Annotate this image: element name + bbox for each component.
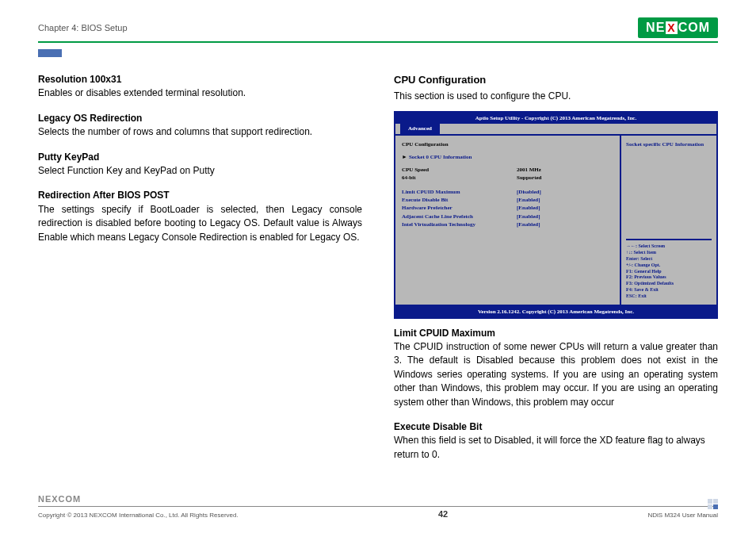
bios-opt-val: [Disabled] bbox=[517, 188, 541, 196]
logo-x-icon: X bbox=[666, 21, 677, 34]
bios-help-line: ESC: Exit bbox=[626, 293, 712, 300]
text-legacy-os: Selects the number of rows and columns t… bbox=[38, 125, 362, 139]
heading-execute-disable: Execute Disable Bit bbox=[394, 420, 718, 434]
bios-opt-label: Execute Disable Bit bbox=[402, 196, 517, 204]
bios-section-title: CPU Configuration bbox=[402, 140, 613, 148]
heading-putty: Putty KeyPad bbox=[38, 151, 362, 164]
bios-info-row: CPU Speed 2001 MHz bbox=[402, 166, 613, 174]
bios-opt-label: Hardware Prefetcher bbox=[402, 204, 517, 212]
bios-opt-row: Execute Disable Bit[Enabled] bbox=[402, 196, 613, 204]
bios-help-line: F3: Optimized Defaults bbox=[626, 281, 712, 287]
text-cpu-config: This section is used to configure the CP… bbox=[394, 90, 718, 103]
bios-help-line: +/-: Change Opt. bbox=[626, 263, 712, 269]
bios-socket-row: ► Socket 0 CPU Information bbox=[402, 153, 613, 161]
text-putty: Select Function Key and KeyPad on Putty bbox=[38, 164, 362, 178]
bios-arrow-icon: ► bbox=[402, 153, 407, 161]
bios-help-keys: →←: Select Screen ↑↓: Select Item Enter:… bbox=[626, 239, 712, 299]
accent-tab bbox=[38, 49, 62, 57]
bios-help-line: Enter: Select bbox=[626, 256, 712, 263]
heading-cpu-config: CPU Configuration bbox=[394, 73, 718, 88]
heading-limit-cpuid: Limit CPUID Maximum bbox=[394, 327, 718, 340]
text-resolution: Enables or disables extended terminal re… bbox=[38, 86, 362, 100]
footer-manual-name: NDiS M324 User Manual bbox=[648, 512, 718, 519]
right-column: CPU Configuration This section is used t… bbox=[394, 73, 718, 463]
bios-help-line: F4: Save & Exit bbox=[626, 287, 712, 293]
footer-copyright: Copyright © 2013 NEXCOM International Co… bbox=[38, 512, 239, 519]
bios-cpu-speed-val: 2001 MHz bbox=[517, 166, 541, 174]
heading-legacy-os: Legacy OS Redirection bbox=[38, 112, 362, 125]
text-execute-disable: When this field is set to Disabled, it w… bbox=[394, 434, 718, 462]
bios-opt-row: Hardware Prefetcher[Enabled] bbox=[402, 204, 613, 212]
bios-help-line: ↑↓: Select Item bbox=[626, 250, 712, 256]
bios-64bit-label: 64-bit bbox=[402, 174, 517, 182]
bios-help-line: →←: Select Screen bbox=[626, 243, 712, 250]
bios-opt-row: Limit CPUID Maximum[Disabled] bbox=[402, 188, 613, 196]
page-header: Chapter 4: BIOS Setup NE X COM bbox=[38, 17, 718, 43]
bios-info-row: 64-bit Supported bbox=[402, 174, 613, 182]
bios-help-line: F1: General Help bbox=[626, 269, 712, 275]
bios-opt-val: [Enabled] bbox=[517, 196, 540, 204]
text-redirection-post: The settings specify if BootLoader is se… bbox=[38, 203, 362, 244]
bios-socket-label: Socket 0 CPU Information bbox=[409, 153, 472, 161]
heading-redirection-post: Redirection After BIOS POST bbox=[38, 189, 362, 202]
brand-logo: NE X COM bbox=[638, 17, 718, 38]
bios-tab-advanced: Advanced bbox=[400, 124, 440, 133]
text-limit-cpuid: The CPUID instruction of some newer CPUs… bbox=[394, 340, 718, 409]
logo-text-right: COM bbox=[678, 21, 710, 35]
bios-opt-label: Intel Virtualization Technology bbox=[402, 220, 517, 228]
bios-side-info: Socket specific CPU Information bbox=[626, 140, 712, 148]
page-footer: NEXCOM Copyright © 2013 NEXCOM Internati… bbox=[38, 506, 718, 519]
bios-opt-val: [Enabled] bbox=[517, 213, 540, 220]
bios-side-panel: Socket specific CPU Information →←: Sele… bbox=[621, 136, 716, 305]
heading-resolution: Resolution 100x31 bbox=[38, 73, 362, 86]
bios-64bit-val: Supported bbox=[517, 174, 542, 182]
bios-opt-val: [Enabled] bbox=[517, 204, 540, 212]
bios-title: Aptio Setup Utility - Copyright (C) 2013… bbox=[395, 113, 716, 124]
page-number: 42 bbox=[438, 509, 448, 519]
chapter-title: Chapter 4: BIOS Setup bbox=[38, 23, 128, 33]
footer-squares-icon bbox=[708, 499, 718, 509]
bios-cpu-speed-label: CPU Speed bbox=[402, 166, 517, 174]
left-column: Resolution 100x31 Enables or disables ex… bbox=[38, 73, 362, 463]
bios-opt-val: [Enabled] bbox=[517, 220, 540, 228]
bios-help-line: F2: Previous Values bbox=[626, 274, 712, 281]
bios-version-footer: Version 2.16.1242. Copyright (C) 2013 Am… bbox=[395, 305, 716, 317]
bios-main-panel: CPU Configuration ► Socket 0 CPU Informa… bbox=[395, 136, 621, 305]
bios-opt-label: Limit CPUID Maximum bbox=[402, 188, 517, 196]
logo-text-left: NE bbox=[646, 21, 665, 35]
footer-logo: NEXCOM bbox=[38, 494, 81, 504]
bios-tabrow: Advanced bbox=[395, 124, 716, 133]
bios-opt-label: Adjacent Cache Line Prefetch bbox=[402, 213, 517, 220]
bios-opt-row: Adjacent Cache Line Prefetch[Enabled] bbox=[402, 213, 613, 220]
bios-screenshot: Aptio Setup Utility - Copyright (C) 2013… bbox=[394, 111, 718, 318]
bios-opt-row: Intel Virtualization Technology[Enabled] bbox=[402, 220, 613, 228]
